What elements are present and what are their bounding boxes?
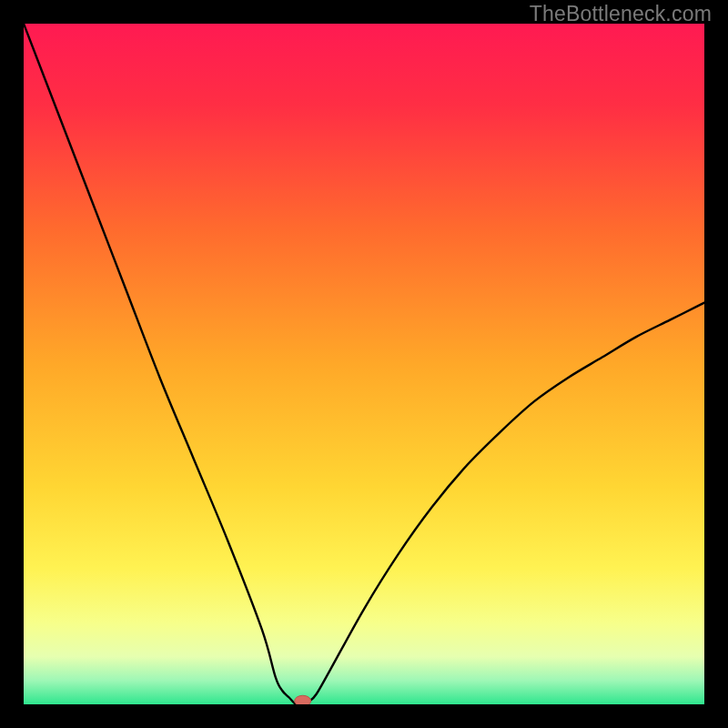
plot-area	[24, 24, 704, 704]
watermark-label: TheBottleneck.com	[530, 2, 712, 26]
chart-frame: TheBottleneck.com	[0, 0, 728, 728]
gradient-background	[24, 24, 704, 704]
bottleneck-chart	[24, 24, 704, 704]
optimum-marker	[295, 695, 311, 704]
